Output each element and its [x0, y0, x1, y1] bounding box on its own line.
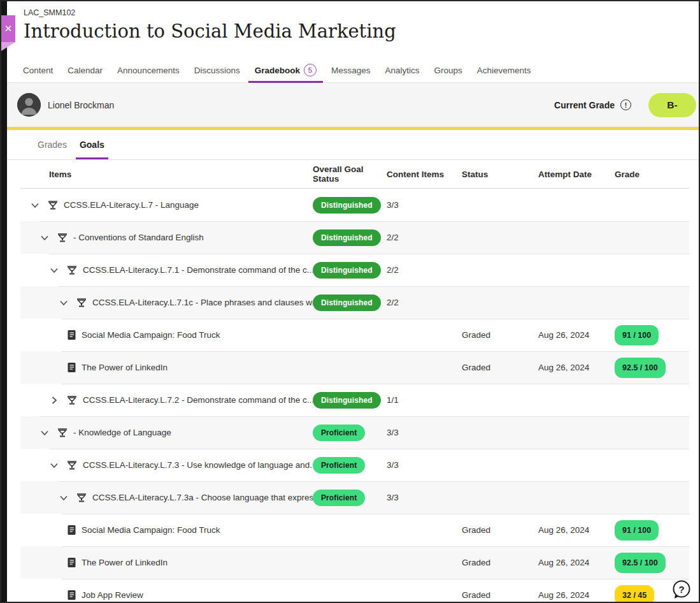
current-grade-label: Current Grade — [554, 100, 615, 110]
avatar — [17, 93, 41, 117]
table-row: - Conventions of Standard English Distin… — [20, 221, 689, 254]
goal-icon — [66, 395, 78, 406]
attempt-date: Aug 26, 2024 — [538, 525, 615, 535]
col-attempt-date: Attempt Date — [538, 170, 615, 179]
table-row: - Knowledge of Language Proficient 3/3 — [20, 416, 689, 449]
attempt-date: Aug 26, 2024 — [538, 590, 615, 600]
chevron-down-icon[interactable] — [30, 200, 40, 210]
goal-status-badge: Distinguished — [313, 197, 381, 214]
goal-title[interactable]: CCSS.ELA-Literacy.L.7 - Language — [64, 200, 199, 210]
attempt-date: Aug 26, 2024 — [538, 363, 615, 372]
nav-tab-announcements[interactable]: Announcements — [117, 58, 180, 83]
goal-status-badge: Distinguished — [313, 294, 381, 311]
goal-icon — [76, 492, 87, 504]
grade-pill[interactable]: 91 / 100 — [615, 325, 659, 345]
item-status: Graded — [462, 590, 538, 600]
chevron-down-icon[interactable] — [49, 265, 59, 275]
nav-tab-achievements[interactable]: Achievements — [477, 58, 531, 83]
help-button[interactable]: ? — [671, 579, 692, 600]
content-item-title[interactable]: The Power of LinkedIn — [82, 558, 168, 567]
current-grade-pill[interactable]: B- — [648, 93, 696, 117]
goal-icon — [66, 265, 78, 276]
table-header: Items Overall Goal Status Content Items … — [20, 160, 689, 189]
content-item-title[interactable]: Social Media Campaign: Food Truck — [82, 330, 220, 340]
grade-pill[interactable]: 92.5 / 100 — [615, 553, 666, 573]
table-row: CCSS.ELA-Literacy.L.7.2 - Demonstrate co… — [20, 384, 689, 416]
goal-title[interactable]: CCSS.ELA-Literacy.L.7.1 - Demonstrate co… — [83, 265, 313, 275]
goal-title[interactable]: CCSS.ELA-Literacy.L.7.3 - Use knowledge … — [83, 460, 313, 470]
content-items-count: 3/3 — [387, 200, 462, 210]
grade-pill[interactable]: 32 / 45 — [615, 585, 654, 603]
nav-tab-groups[interactable]: Groups — [434, 58, 462, 83]
table-row: CCSS.ELA-Literacy.L.7.1c - Place phrases… — [20, 286, 689, 319]
goal-title[interactable]: CCSS.ELA-Literacy.L.7.3a - Choose langua… — [92, 493, 313, 502]
document-icon — [67, 557, 76, 568]
course-panel: ✕ LAC_SMM102 Introduction to Social Medi… — [0, 0, 700, 603]
nav-tab-messages[interactable]: Messages — [331, 58, 371, 83]
info-icon[interactable]: ! — [620, 99, 631, 110]
grade-pill[interactable]: 92.5 / 100 — [615, 358, 666, 378]
student-header-bar: Lionel Brockman Current Grade ! B- — [7, 83, 699, 127]
student-name: Lionel Brockman — [48, 100, 114, 110]
document-icon — [67, 362, 76, 373]
goal-status-badge: Proficient — [313, 490, 365, 506]
nav-tab-content[interactable]: Content — [23, 58, 53, 83]
tab-goals[interactable]: Goals — [73, 140, 111, 159]
goal-icon — [57, 232, 68, 243]
nav-tab-gradebook[interactable]: Gradebook 5 — [255, 58, 317, 83]
table-row: CCSS.ELA-Literacy.L.7.1 - Demonstrate co… — [20, 254, 689, 286]
close-icon: ✕ — [4, 23, 13, 34]
chevron-down-icon[interactable] — [49, 460, 59, 470]
content-items-count: 2/2 — [387, 298, 462, 307]
content-items-count: 3/3 — [387, 460, 462, 470]
content-item-title[interactable]: The Power of LinkedIn — [82, 363, 168, 372]
nav-tab-discussions[interactable]: Discussions — [194, 58, 240, 83]
col-grade: Grade — [615, 170, 689, 179]
table-row: CCSS.ELA-Literacy.L.7.3 - Use knowledge … — [20, 449, 689, 481]
nav-tab-calendar[interactable]: Calendar — [68, 58, 103, 83]
content-item-title[interactable]: Social Media Campaign: Food Truck — [82, 525, 220, 535]
goal-status-badge: Proficient — [313, 425, 365, 441]
grade-pill[interactable]: 91 / 100 — [615, 520, 659, 541]
col-status: Status — [462, 170, 538, 179]
content-items-count: 3/3 — [387, 493, 462, 502]
table-row: Job App Review Graded Aug 26, 2024 32 / … — [20, 579, 689, 603]
content-items-count: 3/3 — [387, 428, 462, 437]
nav-tab-analytics[interactable]: Analytics — [385, 58, 420, 83]
page-title: Introduction to Social Media Marketing — [24, 20, 396, 42]
close-panel-button[interactable]: ✕ — [1, 15, 15, 42]
gradebook-subtabs: Grades Goals — [7, 130, 699, 160]
gradebook-count-badge: 5 — [304, 64, 317, 76]
table-row: The Power of LinkedIn Graded Aug 26, 202… — [20, 546, 689, 579]
goal-title[interactable]: - Knowledge of Language — [73, 428, 171, 437]
goal-icon — [57, 427, 68, 439]
attempt-date: Aug 26, 2024 — [538, 330, 615, 340]
col-items: Items — [20, 170, 313, 179]
chevron-right-icon[interactable] — [49, 395, 59, 405]
goal-status-badge: Distinguished — [313, 262, 381, 279]
table-row: Social Media Campaign: Food Truck Graded… — [20, 319, 689, 351]
item-status: Graded — [462, 525, 538, 535]
course-code: LAC_SMM102 — [24, 8, 75, 17]
tab-grades[interactable]: Grades — [31, 140, 73, 159]
content-items-count: 2/2 — [387, 233, 462, 242]
chevron-down-icon[interactable] — [59, 298, 69, 308]
goal-icon — [47, 200, 59, 211]
goal-status-badge: Distinguished — [313, 229, 381, 246]
chevron-down-icon[interactable] — [39, 233, 50, 243]
attempt-date: Aug 26, 2024 — [538, 558, 615, 567]
background-app-strip — [1, 1, 7, 602]
item-status: Graded — [462, 330, 538, 340]
table-row: CCSS.ELA-Literacy.L.7 - Language Disting… — [20, 189, 689, 221]
chevron-down-icon[interactable] — [59, 493, 69, 503]
goal-status-badge: Proficient — [313, 457, 365, 474]
goal-title[interactable]: CCSS.ELA-Literacy.L.7.2 - Demonstrate co… — [83, 395, 313, 405]
table-row: Social Media Campaign: Food Truck Graded… — [20, 514, 689, 546]
document-icon — [67, 330, 76, 340]
table-row: The Power of LinkedIn Graded Aug 26, 202… — [20, 351, 689, 384]
goal-title[interactable]: - Conventions of Standard English — [73, 233, 204, 242]
goal-title[interactable]: CCSS.ELA-Literacy.L.7.1c - Place phrases… — [92, 298, 313, 307]
chevron-down-icon[interactable] — [39, 428, 50, 438]
goal-icon — [66, 460, 78, 471]
content-item-title[interactable]: Job App Review — [82, 590, 143, 600]
